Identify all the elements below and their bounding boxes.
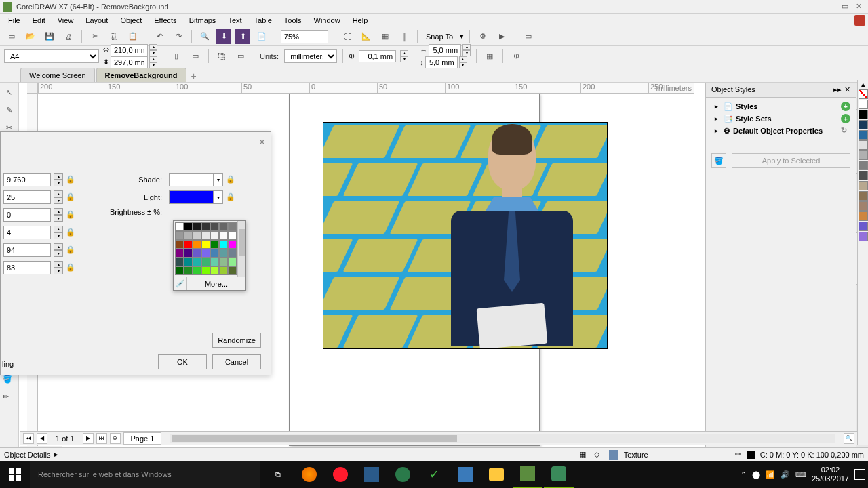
color-cell[interactable] — [228, 240, 237, 249]
color-cell[interactable] — [201, 240, 210, 249]
lock-icon[interactable]: 🔒 — [66, 192, 75, 202]
tray-up-icon[interactable]: ⌃ — [741, 470, 747, 479]
save-icon[interactable]: 💾 — [42, 29, 57, 44]
units-select[interactable]: millimeters — [284, 49, 337, 63]
menu-layout[interactable]: Layout — [80, 15, 113, 26]
color-cell[interactable] — [201, 258, 210, 266]
all-pages-icon[interactable]: ⿻ — [214, 49, 229, 64]
palette-swatch[interactable] — [859, 181, 868, 190]
page-tab[interactable]: Page 1 — [123, 432, 162, 445]
app-icon-4[interactable] — [450, 461, 480, 488]
menu-tools[interactable]: Tools — [279, 15, 307, 26]
new-tab-icon[interactable]: + — [188, 70, 200, 82]
dup-y-input[interactable] — [425, 56, 458, 68]
search-icon[interactable]: 🔍 — [197, 29, 212, 44]
palette-swatch[interactable] — [859, 161, 868, 170]
color-cell[interactable] — [210, 240, 219, 249]
color-cell[interactable] — [210, 231, 219, 240]
palette-up-icon[interactable]: ▴ — [858, 80, 868, 89]
color-cell[interactable] — [184, 222, 193, 231]
dup-x-spinner[interactable]: ▴▾ — [462, 44, 471, 56]
nudge-spinner[interactable]: ▴▾ — [400, 50, 408, 62]
color-cell[interactable] — [184, 249, 193, 258]
color-cell[interactable] — [201, 222, 210, 231]
guidelines-icon[interactable]: ╫ — [397, 29, 412, 44]
tray-app-icon[interactable]: ⬤ — [752, 470, 760, 479]
color-cell[interactable] — [193, 266, 201, 275]
color-cell[interactable] — [228, 258, 237, 266]
palette-swatch[interactable] — [859, 110, 868, 119]
palette-swatch[interactable] — [859, 140, 868, 150]
lock-icon[interactable]: 🔒 — [226, 192, 235, 202]
fill-status-icon[interactable]: ▦ — [579, 450, 589, 460]
palette-swatch[interactable] — [859, 150, 868, 160]
color-cell[interactable] — [210, 258, 219, 266]
apply-button[interactable]: Apply to Selected — [732, 153, 850, 168]
param-input-5[interactable] — [3, 261, 51, 274]
menu-text[interactable]: Text — [222, 15, 247, 26]
spinner[interactable]: ▴▾ — [54, 243, 63, 257]
last-page-icon[interactable]: ⏭ — [96, 433, 107, 444]
explorer-icon[interactable] — [481, 461, 511, 488]
add-page-icon[interactable]: ⊕ — [110, 433, 121, 444]
first-page-icon[interactable]: ⏮ — [23, 433, 34, 444]
fullscreen-icon[interactable]: ⛶ — [340, 29, 355, 44]
color-cell[interactable] — [219, 258, 228, 266]
horizontal-ruler[interactable]: millimeters 20015010050050100150200250 — [38, 83, 694, 94]
fill-tool-icon[interactable]: 🪣 — [3, 375, 18, 390]
spinner[interactable]: ▴▾ — [54, 190, 63, 204]
camtasia-icon[interactable] — [544, 461, 574, 488]
color-cell[interactable] — [228, 249, 237, 258]
paste-icon[interactable]: 📋 — [125, 29, 140, 44]
shape-tool-icon[interactable]: ✎ — [1, 102, 18, 118]
current-page-icon[interactable]: ▭ — [233, 49, 248, 64]
spinner[interactable]: ▴▾ — [54, 261, 63, 274]
color-cell[interactable] — [219, 240, 228, 249]
menu-view[interactable]: View — [52, 15, 79, 26]
zoom-select[interactable] — [281, 30, 328, 43]
publish-icon[interactable]: 📄 — [254, 29, 269, 44]
menu-file[interactable]: File — [3, 15, 26, 26]
docker-close-icon[interactable]: ✕ — [844, 85, 850, 94]
color-cell[interactable] — [184, 266, 193, 275]
portrait-icon[interactable]: ▯ — [169, 49, 184, 64]
expand-icon[interactable]: ▸ — [711, 114, 721, 123]
refresh-icon[interactable]: ↻ — [841, 126, 850, 136]
color-cell[interactable] — [184, 240, 193, 249]
grid-icon[interactable]: ▦ — [378, 29, 393, 44]
color-cell[interactable] — [175, 231, 184, 240]
add-style-icon[interactable]: + — [841, 102, 850, 111]
landscape-icon[interactable]: ▭ — [188, 49, 203, 64]
color-cell[interactable] — [175, 240, 184, 249]
horizontal-scrollbar[interactable] — [170, 434, 835, 443]
rulers-icon[interactable]: 📐 — [359, 29, 374, 44]
tree-styles[interactable]: ▸ 📄 Styles + — [709, 100, 853, 113]
param-input-1[interactable] — [3, 190, 51, 204]
menu-help[interactable]: Help — [347, 15, 374, 26]
palette-swatch[interactable] — [859, 211, 868, 221]
picker-scrollbar[interactable] — [237, 221, 245, 277]
page-height-input[interactable] — [111, 56, 148, 68]
copy-icon[interactable]: ⿻ — [106, 29, 121, 44]
language-icon[interactable]: ⌨ — [795, 470, 806, 479]
cut-icon[interactable]: ✂ — [87, 29, 102, 44]
notification-icon[interactable] — [854, 469, 865, 480]
clock[interactable]: 02:02 25/03/2017 — [812, 466, 849, 483]
dialog-close-icon[interactable]: × — [259, 136, 265, 148]
param-input-3[interactable] — [3, 226, 51, 239]
page-width-input[interactable] — [111, 44, 148, 56]
color-cell[interactable] — [219, 231, 228, 240]
color-cell[interactable] — [228, 231, 237, 240]
lock-icon[interactable]: 🔒 — [66, 175, 75, 184]
color-cell[interactable] — [219, 249, 228, 258]
height-spinner[interactable]: ▴▾ — [149, 56, 157, 68]
lock-icon[interactable]: 🔒 — [66, 210, 75, 220]
color-cell[interactable] — [193, 222, 201, 231]
tree-style-sets[interactable]: ▸ 📑 Style Sets + — [709, 113, 853, 125]
lock-icon[interactable]: 🔒 — [226, 175, 235, 184]
menu-effects[interactable]: Effects — [149, 15, 182, 26]
tree-default-props[interactable]: ▸ ⚙ Default Object Properties ↻ — [709, 125, 853, 137]
palette-swatch[interactable] — [859, 201, 868, 211]
color-cell[interactable] — [201, 231, 210, 240]
color-cell[interactable] — [201, 249, 210, 258]
